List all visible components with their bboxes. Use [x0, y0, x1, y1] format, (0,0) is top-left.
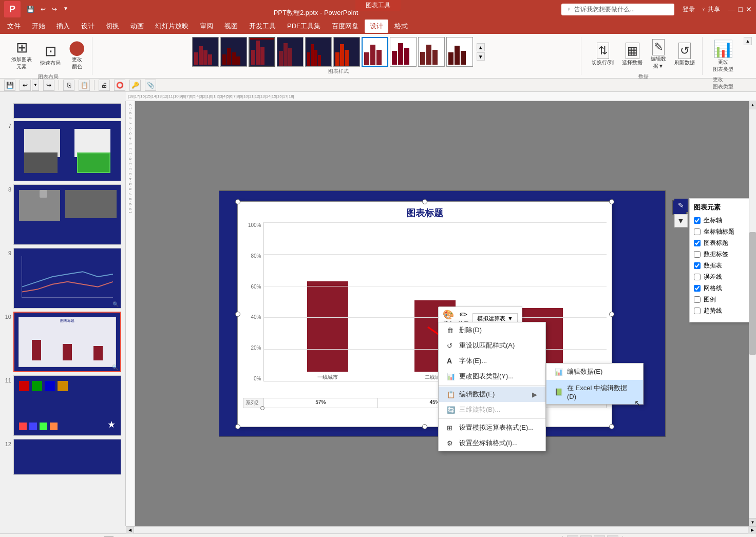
data-labels-checkbox[interactable]: [694, 251, 701, 258]
handle-t[interactable]: [422, 199, 427, 204]
handle-br[interactable]: [609, 424, 614, 429]
handle-tl[interactable]: [235, 199, 240, 204]
style-scroll[interactable]: ▲ ▼: [477, 43, 485, 61]
slide-item-9[interactable]: 9 🔍: [2, 248, 123, 309]
close-btn[interactable]: ✕: [746, 5, 752, 13]
menu-format[interactable]: 格式: [389, 20, 413, 33]
elem-gridlines[interactable]: 网格线: [694, 284, 749, 293]
handle-bl[interactable]: [235, 424, 240, 429]
chart-style-4[interactable]: [277, 37, 304, 67]
menu-start[interactable]: 开始: [27, 20, 50, 33]
elem-trendline[interactable]: 趋势线: [694, 306, 749, 315]
slide-item-8[interactable]: 8: [2, 184, 123, 245]
panel-brush-icon[interactable]: ✎: [674, 199, 688, 212]
edit-data-btn[interactable]: ✎ 编辑数据▼: [648, 37, 669, 72]
ctx-edit-data[interactable]: 📋 编辑数据(E) ▶: [439, 387, 545, 402]
chart-style-8[interactable]: [390, 37, 417, 67]
menu-developer[interactable]: 开发工具: [244, 20, 281, 33]
slide-thumb-12[interactable]: [13, 439, 121, 475]
trendline-checkbox[interactable]: [694, 308, 701, 314]
tb-btn7[interactable]: 🔑: [129, 80, 141, 91]
undo-btn[interactable]: ↩: [39, 5, 48, 14]
hscroll-bar[interactable]: ◀ ▶: [126, 526, 756, 533]
undo-dropdown[interactable]: ▼: [32, 80, 39, 91]
save-btn[interactable]: 💾: [25, 5, 36, 14]
refresh-data-btn[interactable]: ↺ 刷新数据: [671, 41, 698, 68]
slide-item-7[interactable]: 7: [2, 121, 123, 181]
slide-item-12[interactable]: 12: [2, 439, 123, 475]
redo-btn[interactable]: ↪: [50, 5, 59, 14]
redo-tb-btn[interactable]: ↪: [43, 80, 54, 91]
elem-error-bars[interactable]: 误差线: [694, 273, 749, 281]
menu-review[interactable]: 审阅: [195, 20, 218, 33]
chart-style-10[interactable]: [446, 37, 473, 67]
quick-layout-btn[interactable]: ⊡ 快速布局: [37, 41, 64, 69]
reading-view-btn[interactable]: 📖: [594, 535, 605, 538]
elem-chart-title[interactable]: 图表标题: [694, 239, 749, 247]
ctx-reset-style[interactable]: ↺ 重设以匹配样式(A): [439, 338, 545, 353]
slide-thumb-7[interactable]: [13, 121, 121, 181]
switch-row-col-btn[interactable]: ⇅ 切换行/列: [589, 41, 617, 68]
menu-baidu[interactable]: 百度网盘: [327, 20, 364, 33]
slideshow-btn[interactable]: ▶: [607, 535, 618, 538]
handle-b[interactable]: [422, 424, 427, 429]
chart-style-2[interactable]: [220, 37, 247, 67]
gridlines-checkbox[interactable]: [694, 285, 701, 292]
print-tb-btn[interactable]: 🖨: [99, 80, 110, 91]
hscroll-right[interactable]: ▶: [748, 527, 756, 534]
tb-btn8[interactable]: 📎: [145, 80, 156, 91]
ctx-change-type[interactable]: 📊 更改图表类型(Y)...: [439, 369, 545, 384]
menu-transitions[interactable]: 切换: [101, 20, 124, 33]
login-btn[interactable]: 登录: [683, 5, 695, 14]
error-bars-checkbox[interactable]: [694, 274, 701, 280]
chart-style-6[interactable]: [333, 37, 360, 67]
slide-thumb-11[interactable]: ★: [13, 375, 121, 436]
ctx-delete[interactable]: 🗑 删除(D): [439, 322, 545, 338]
ribbon-collapse-btn[interactable]: ▲: [744, 37, 752, 45]
panel-filter-icon[interactable]: ▼: [674, 214, 688, 227]
menu-view[interactable]: 视图: [219, 20, 243, 33]
hscroll-left[interactable]: ◀: [126, 527, 134, 534]
normal-view-btn[interactable]: ⊡: [567, 535, 578, 538]
tb-btn6[interactable]: ⭕: [114, 80, 125, 91]
share-btn[interactable]: ♀ 共享: [701, 5, 720, 14]
restore-btn[interactable]: □: [739, 5, 743, 13]
chart-title-checkbox[interactable]: [694, 240, 701, 246]
elem-legend[interactable]: 图例: [694, 295, 749, 304]
slide-sorter-btn[interactable]: ⊞: [580, 535, 592, 538]
vscroll-up[interactable]: ▲: [749, 101, 756, 109]
slide-item-11[interactable]: 11 ★: [2, 375, 123, 436]
vscroll-down[interactable]: ▼: [749, 518, 756, 526]
menu-chart-design[interactable]: 设计: [365, 20, 388, 33]
select-data-btn[interactable]: ▦ 选择数据: [619, 41, 646, 68]
chart-style-5[interactable]: [305, 37, 332, 67]
add-element-btn[interactable]: ⊞ 添加图表元素: [8, 37, 35, 72]
undo-tb-btn[interactable]: ↩: [20, 80, 31, 91]
chart-style-7[interactable]: [362, 37, 388, 67]
change-chart-type-btn[interactable]: 📊 更改图表类型: [710, 37, 736, 75]
style-scroll-up[interactable]: ▲: [477, 43, 485, 51]
save-tb-btn[interactable]: 💾: [4, 80, 15, 91]
handle-l[interactable]: [235, 312, 240, 317]
menu-pdf[interactable]: PDF工具集: [282, 20, 326, 33]
search-box[interactable]: ♀ 告诉我您想要做什么...: [561, 4, 674, 15]
copy-tb-btn[interactable]: ⎘: [63, 80, 74, 91]
slide-thumb-9[interactable]: 🔍: [13, 248, 121, 309]
sub-edit-data[interactable]: 📊 编辑数据(E): [546, 363, 643, 380]
elem-axes[interactable]: 坐标轴: [694, 216, 749, 225]
data-table-checkbox[interactable]: [694, 262, 701, 269]
slide-thumb-partial[interactable]: [13, 103, 121, 119]
handle-tr[interactable]: [609, 199, 614, 204]
ctx-3d-rotate[interactable]: 🔄 三维旋转(B)...: [439, 402, 545, 417]
elem-axis-title[interactable]: 坐标轴标题: [694, 227, 749, 236]
legend-checkbox[interactable]: [694, 296, 701, 303]
axes-checkbox[interactable]: [694, 217, 701, 224]
style-scroll-down[interactable]: ▼: [477, 52, 485, 61]
menu-insert[interactable]: 插入: [51, 20, 75, 33]
vscroll-bar[interactable]: ▲ ▼: [749, 101, 756, 526]
vscroll-thumb[interactable]: [749, 232, 756, 355]
menu-file[interactable]: 文件: [2, 20, 26, 33]
slide-thumb-10[interactable]: 图表标题 🔍: [13, 312, 121, 372]
chart-style-3[interactable]: [249, 37, 275, 67]
ctx-font[interactable]: A 字体(E)...: [439, 353, 545, 369]
